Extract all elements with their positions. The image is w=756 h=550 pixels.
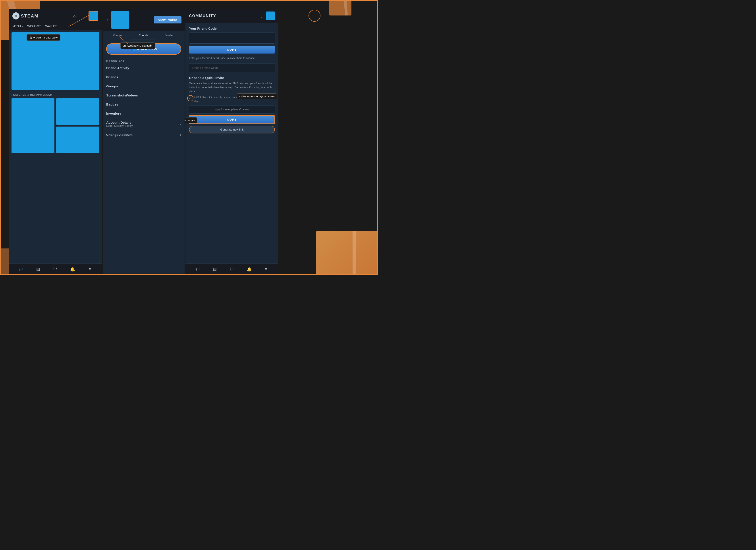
menu-item-friend-activity[interactable]: Friend Activity <box>103 64 185 73</box>
note-section: ✓ NOTE: Each link can only be used once … <box>189 96 275 103</box>
header-more-button[interactable]: ⋮ <box>81 13 86 19</box>
view-profile-button[interactable]: View Profile <box>154 16 181 23</box>
menu-item-screenshots[interactable]: Screenshots/Videos <box>103 91 185 100</box>
annotation-2: 2) «Добавить друзей» <box>120 43 155 49</box>
featured-item-1[interactable] <box>12 98 54 153</box>
community-panel: COMMUNITY ⋮ Your Friend Code COPY Enter … <box>185 9 278 275</box>
bottom-nav-bell-icon[interactable]: 🔔 <box>69 266 76 273</box>
community-more-button[interactable]: ⋮ <box>260 14 263 18</box>
friend-code-display <box>189 33 275 44</box>
profile-avatar <box>111 11 129 29</box>
bottom-nav-library-icon[interactable]: ▤ <box>35 266 41 273</box>
user-avatar[interactable] <box>89 11 98 21</box>
comm-bottom-menu-icon[interactable]: ≡ <box>263 266 269 273</box>
comm-bottom-store-icon[interactable]: 🏷 <box>195 266 201 273</box>
annotation-3: 3) Создаем новую ссылку <box>185 117 197 123</box>
bottom-nav: 🏷 ▤ 🛡 🔔 ≡ <box>9 263 102 275</box>
bottom-nav-store-icon[interactable]: 🏷 <box>18 266 24 273</box>
invite-link-display: https://s.team/p/ваша/ссылка <box>189 106 275 114</box>
comm-bottom-shield-icon[interactable]: 🛡 <box>229 266 235 273</box>
menu-item-inventory[interactable]: Inventory <box>103 109 185 118</box>
menu-item-badges[interactable]: Badges <box>103 100 185 109</box>
comm-bottom-bell-icon[interactable]: 🔔 <box>246 266 252 273</box>
profile-panel: ‹ View Profile Games Friends Wallet 2) «… <box>103 9 185 275</box>
tab-games[interactable]: Games <box>105 31 131 40</box>
nav-wallet[interactable]: WALLET <box>45 25 57 28</box>
generate-link-wrapper: 3) Создаем новую ссылку Generate new lin… <box>189 126 275 133</box>
featured-item-2[interactable] <box>56 98 99 125</box>
community-title: COMMUNITY <box>189 14 216 18</box>
bottom-nav-menu-icon[interactable]: ≡ <box>87 266 93 273</box>
friend-code-title: Your Friend Code <box>189 27 275 30</box>
menu-item-groups[interactable]: Groups <box>103 82 185 91</box>
steam-logo-text: STEAM <box>21 14 39 19</box>
copy-friend-code-button[interactable]: COPY <box>189 46 275 54</box>
copy-invite-link-button[interactable]: COPY <box>189 115 275 124</box>
annotation-1: 1) Жмем на аватарку <box>27 34 60 41</box>
menu-list: Friend Activity Friends Groups Screensho… <box>103 64 185 275</box>
search-button[interactable]: ⌕ <box>71 12 78 19</box>
menu-item-change-account[interactable]: Change Account › <box>103 130 185 139</box>
generate-new-link-button[interactable]: Generate new link <box>189 126 275 133</box>
arrow-icon: › <box>180 122 181 126</box>
quick-invite-description: Generate a link to share via email or SM… <box>189 81 275 93</box>
friend-code-description: Enter your friend's Friend Code to invit… <box>189 56 275 60</box>
profile-tabs: Games Friends Wallet <box>103 31 185 40</box>
featured-label: FEATURED & RECOMMENDED <box>12 93 99 96</box>
bottom-nav-shield-icon[interactable]: 🛡 <box>52 266 58 273</box>
nav-menu[interactable]: MENU ▾ <box>12 25 23 28</box>
featured-grid <box>12 98 99 153</box>
community-bottom-nav: 🏷 ▤ 🛡 🔔 ≡ <box>185 263 278 275</box>
friend-code-input[interactable] <box>189 63 275 72</box>
menu-item-account-details[interactable]: Account Details Store, Security, Family … <box>103 118 185 130</box>
profile-header: ‹ View Profile <box>103 9 185 31</box>
menu-chevron-icon: ▾ <box>22 25 23 27</box>
my-content-label: MY CONTENT <box>103 58 185 64</box>
community-content: Your Friend Code COPY Enter your friend'… <box>185 23 278 263</box>
back-button[interactable]: ‹ <box>106 17 109 23</box>
nav-wishlist[interactable]: WISHLIST <box>27 25 41 28</box>
annotation-4: 4) Копируем новую ссылку <box>237 93 277 99</box>
community-avatar[interactable] <box>266 12 275 20</box>
steam-content: FEATURED & RECOMMENDED <box>9 30 102 263</box>
steam-hero-image <box>12 32 99 90</box>
steam-store-panel: ⊙ STEAM ⌕ ⋮ MENU ▾ WISHLIST WALLET 1) Жм… <box>9 9 102 275</box>
tab-friends[interactable]: Friends <box>131 31 157 40</box>
steam-logo: ⊙ STEAM <box>12 12 39 19</box>
check-circle-icon: ✓ <box>187 95 193 101</box>
steam-logo-icon: ⊙ <box>12 12 19 19</box>
comm-bottom-library-icon[interactable]: ▤ <box>212 266 218 273</box>
featured-item-3[interactable] <box>56 127 99 153</box>
community-header: COMMUNITY ⋮ <box>185 9 278 23</box>
quick-invite-title: Or send a Quick Invite <box>189 76 275 80</box>
menu-item-friends[interactable]: Friends <box>103 73 185 82</box>
steam-nav: MENU ▾ WISHLIST WALLET <box>9 23 102 30</box>
tab-wallet[interactable]: Wallet <box>156 31 182 40</box>
arrow-icon-2: › <box>180 133 181 137</box>
